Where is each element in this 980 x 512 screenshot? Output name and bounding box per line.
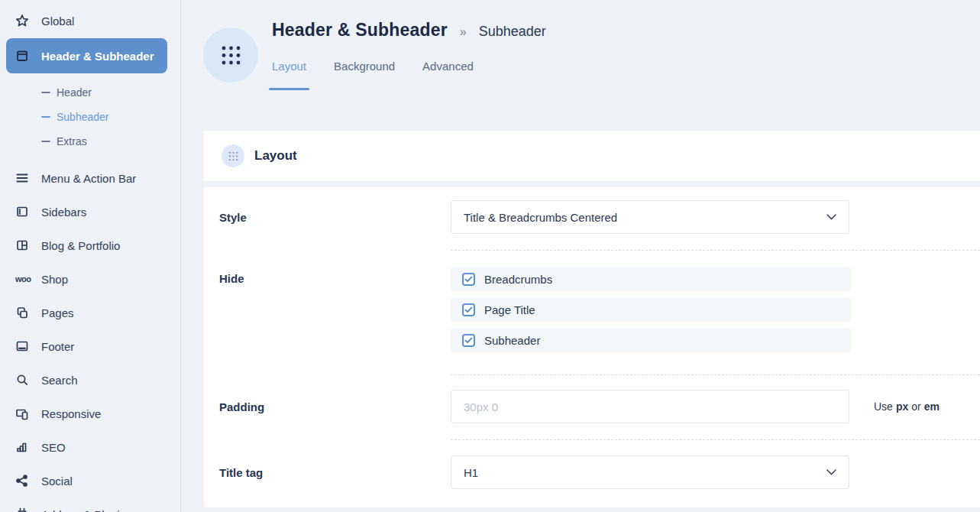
subnav-item-label: Extras bbox=[57, 135, 87, 147]
sidebar-item-label: Blog & Portfolio bbox=[41, 239, 120, 252]
card-gap bbox=[181, 181, 980, 187]
checkbox-checked[interactable] bbox=[462, 273, 475, 286]
tab-layout[interactable]: Layout bbox=[272, 60, 306, 90]
layout-settings-card: Style Title & Breadcrumbs Centered Hide bbox=[204, 187, 980, 507]
sidebar-item-label: Global bbox=[41, 15, 74, 28]
star-icon bbox=[15, 14, 41, 28]
dash-icon bbox=[41, 141, 50, 142]
check-icon bbox=[464, 306, 473, 313]
section-avatar bbox=[203, 28, 258, 83]
subnav-item-label: Header bbox=[57, 86, 92, 99]
hide-option-breadcrumbs[interactable]: Breadcrumbs bbox=[451, 267, 851, 291]
chevron-down-icon bbox=[826, 214, 836, 220]
app-window: Global Header & Subheader Header Subhead… bbox=[0, 0, 980, 512]
dash-icon bbox=[41, 92, 50, 93]
sidebar-panel-icon bbox=[15, 205, 41, 219]
subnav-item-header[interactable]: Header bbox=[0, 80, 180, 105]
style-select[interactable]: Title & Breadcrumbs Centered bbox=[451, 200, 849, 234]
style-row: Style Title & Breadcrumbs Centered bbox=[219, 200, 980, 234]
header-subheader-subnav: Header Subheader Extras bbox=[0, 80, 180, 154]
plug-icon bbox=[15, 507, 41, 512]
divider bbox=[451, 374, 980, 375]
hide-option-page-title[interactable]: Page Title bbox=[451, 297, 851, 322]
sidebar-item-shop[interactable]: woo Shop bbox=[0, 262, 180, 296]
title-tag-label: Title tag bbox=[219, 455, 451, 489]
tab-label: Layout bbox=[272, 60, 306, 73]
hide-row: Hide Breadcrumbs Page Title bbox=[219, 267, 980, 352]
divider bbox=[451, 439, 980, 440]
footer-icon bbox=[15, 339, 41, 353]
padding-row: Padding Use px or em bbox=[219, 390, 980, 423]
title-tag-select[interactable]: H1 bbox=[451, 455, 849, 489]
check-icon bbox=[464, 337, 473, 344]
subnav-item-subheader[interactable]: Subheader bbox=[0, 105, 180, 129]
sidebar-item-label: Sidebars bbox=[41, 206, 86, 219]
sidebar-item-seo[interactable]: SEO bbox=[0, 430, 180, 464]
hide-option-subheader[interactable]: Subheader bbox=[451, 328, 851, 352]
sidebar-item-sidebars[interactable]: Sidebars bbox=[0, 195, 180, 228]
checkbox-label: Subheader bbox=[484, 334, 540, 347]
tab-label: Background bbox=[334, 60, 395, 73]
sidebar-item-label: Pages bbox=[41, 306, 74, 319]
main-area: Header & Subheader » Subheader Layout Ba… bbox=[181, 0, 980, 512]
hamburger-icon bbox=[15, 171, 41, 185]
layout-columns-icon bbox=[15, 238, 41, 252]
checkbox-label: Breadcrumbs bbox=[484, 273, 552, 286]
devices-icon bbox=[15, 407, 41, 420]
pages-icon bbox=[15, 306, 41, 319]
woo-icon: woo bbox=[15, 274, 41, 284]
chevron-down-icon bbox=[826, 469, 836, 475]
sidebar-item-search[interactable]: Search bbox=[0, 363, 180, 397]
breadcrumb-separator: » bbox=[458, 25, 468, 39]
checkbox-checked[interactable] bbox=[462, 303, 475, 316]
sidebar-item-responsive[interactable]: Responsive bbox=[0, 397, 180, 430]
sidebar-item-social[interactable]: Social bbox=[0, 464, 180, 497]
sidebar: Global Header & Subheader Header Subhead… bbox=[0, 0, 181, 512]
padding-label: Padding bbox=[219, 390, 451, 423]
sidebar-item-label: Social bbox=[41, 475, 73, 488]
sidebar-item-label: Footer bbox=[41, 340, 74, 353]
checkbox-checked[interactable] bbox=[462, 334, 475, 347]
section-title: Layout bbox=[254, 148, 297, 164]
sidebar-item-label: Responsive bbox=[41, 407, 101, 420]
sidebar-item-menu-action-bar[interactable]: Menu & Action Bar bbox=[0, 161, 180, 195]
sidebar-item-label: Addons & Plugins bbox=[41, 508, 131, 512]
sidebar-item-label: Menu & Action Bar bbox=[41, 172, 136, 185]
sidebar-item-footer[interactable]: Footer bbox=[0, 329, 180, 363]
tab-background[interactable]: Background bbox=[334, 60, 395, 90]
tab-label: Advanced bbox=[422, 60, 474, 73]
sidebar-item-label: Search bbox=[41, 374, 78, 387]
layout-section-avatar bbox=[222, 144, 244, 167]
divider bbox=[451, 250, 980, 251]
title-tag-select-value: H1 bbox=[464, 466, 478, 479]
page-header: Header & Subheader » Subheader Layout Ba… bbox=[181, 0, 980, 131]
sidebar-item-global[interactable]: Global bbox=[0, 4, 180, 37]
tab-bar: Layout Background Advanced bbox=[272, 60, 546, 90]
bar-chart-icon bbox=[15, 440, 41, 454]
padding-input[interactable] bbox=[451, 390, 849, 423]
window-icon bbox=[15, 49, 41, 63]
subnav-item-extras[interactable]: Extras bbox=[0, 129, 180, 154]
sidebar-item-label: Shop bbox=[41, 273, 68, 286]
breadcrumb: Header & Subheader » Subheader bbox=[272, 20, 546, 41]
active-tab-underline bbox=[269, 88, 309, 90]
dots-grid-icon bbox=[221, 45, 241, 66]
sidebar-item-pages[interactable]: Pages bbox=[0, 296, 180, 329]
layout-section-header: Layout bbox=[204, 131, 980, 181]
dash-icon bbox=[41, 116, 50, 118]
title-tag-row: Title tag H1 bbox=[219, 455, 980, 489]
hint-or: or bbox=[911, 400, 920, 413]
hide-label: Hide bbox=[219, 267, 451, 352]
sidebar-item-addons-plugins[interactable]: Addons & Plugins bbox=[0, 497, 180, 512]
style-label: Style bbox=[219, 200, 451, 234]
breadcrumb-current: Subheader bbox=[479, 24, 546, 40]
check-icon bbox=[464, 276, 473, 283]
sidebar-item-blog-portfolio[interactable]: Blog & Portfolio bbox=[0, 228, 180, 262]
subnav-item-label: Subheader bbox=[57, 111, 109, 123]
search-icon bbox=[15, 373, 41, 387]
style-select-value: Title & Breadcrumbs Centered bbox=[464, 211, 617, 224]
sidebar-item-header-subheader[interactable]: Header & Subheader bbox=[6, 38, 167, 73]
tab-advanced[interactable]: Advanced bbox=[422, 60, 474, 90]
hint-em: em bbox=[924, 400, 940, 413]
share-icon bbox=[15, 474, 41, 488]
